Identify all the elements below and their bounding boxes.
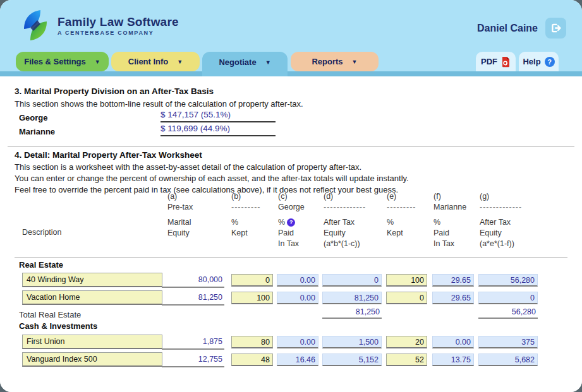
asset-description-input[interactable]: Vacation Home [22, 290, 162, 305]
pct-tax-george-input[interactable]: 0.00 [277, 292, 318, 304]
pct-tax-george-input[interactable]: 0.00 [277, 274, 318, 287]
pdf-button-label: PDF [481, 57, 497, 66]
pct-tax-marianne-input[interactable]: 29.65 [432, 292, 474, 304]
chevron-down-icon: ▼ [95, 59, 100, 65]
pct-kept-george-input[interactable]: 48 [231, 353, 273, 366]
after-tax-george-value: 1,500 [322, 336, 382, 348]
section4-line1: This section is a worksheet with the ass… [15, 162, 361, 172]
help-button-label: Help [523, 57, 540, 66]
section-separator [8, 146, 574, 146]
pct-tax-marianne-input[interactable]: 13.75 [432, 353, 474, 366]
col-header-d: (d) ------------- After Tax Equity (a*b*… [324, 191, 366, 249]
after-tax-george-value: 0 [322, 274, 382, 287]
party-value-george: $ 147,157 (55.1%) [161, 110, 276, 122]
user-name: Daniel Caine [477, 23, 538, 34]
tax-help-icon[interactable]: ? [287, 218, 295, 227]
table-row: First Union 1,875 80 0.00 1,500 20 0.00 … [0, 335, 582, 351]
col-header-e: (e) --------- % Kept [387, 191, 416, 249]
description-column-label: Description [22, 228, 62, 237]
tab-label: Reports [312, 57, 343, 66]
after-tax-george-value: 81,250 [322, 292, 382, 304]
tab-files-settings[interactable]: Files & Settings ▼ [16, 52, 109, 71]
pct-tax-george-input[interactable]: 16.46 [277, 353, 318, 366]
brand-tagline: A CENTERBASE COMPANY [58, 30, 179, 36]
after-tax-marianne-value: 375 [478, 336, 538, 348]
pretax-equity-value: 81,250 [162, 293, 224, 306]
tab-negotiate[interactable]: Negotiate ▼ [202, 52, 288, 76]
tab-label: Client Info [128, 57, 169, 66]
total-after-tax-marianne: 56,280 [478, 307, 538, 319]
pct-kept-marianne-input[interactable]: 20 [386, 336, 427, 348]
pdf-file-icon [501, 56, 511, 68]
party-label-george: George [19, 113, 48, 122]
asset-description-input[interactable]: First Union [22, 335, 162, 349]
after-tax-george-value: 5,152 [322, 353, 382, 366]
asset-description-input[interactable]: Vanguard Index 500 [22, 352, 162, 367]
col-header-a: (a) Pre-tax Marital Equity [167, 191, 193, 249]
total-after-tax-george: 81,250 [322, 307, 382, 319]
app-header: Family Law Software A CENTERBASE COMPANY… [0, 0, 582, 76]
after-tax-marianne-value: 56,280 [478, 274, 538, 287]
pct-kept-marianne-input[interactable]: 100 [386, 274, 427, 287]
table-row: Vanguard Index 500 12,755 48 16.46 5,152… [0, 352, 582, 369]
after-tax-marianne-value: 5,682 [478, 353, 538, 366]
tab-client-info[interactable]: Client Info ▼ [111, 52, 200, 71]
tab-label: Negotiate [219, 57, 256, 67]
chevron-down-icon: ▼ [177, 59, 183, 65]
col-header-g: (g) ------------- After Tax Equity (a*e*… [480, 191, 522, 249]
total-row-label: Total Real Estate [19, 310, 81, 319]
pct-tax-george-input[interactable]: 0.00 [277, 336, 318, 348]
brand-name: Family Law Software [58, 15, 179, 28]
party-value-marianne: $ 119,699 (44.9%) [161, 124, 276, 136]
app-window: Family Law Software A CENTERBASE COMPANY… [0, 0, 582, 392]
section3-title: 3. Marital Property Division on an After… [15, 86, 214, 96]
brand-text: Family Law Software A CENTERBASE COMPANY [58, 15, 179, 36]
party-label-marianne: Marianne [19, 127, 55, 136]
header-divider-bar [0, 71, 582, 76]
tab-reports[interactable]: Reports ▼ [291, 52, 379, 71]
pct-tax-marianne-input[interactable]: 0.00 [432, 336, 474, 348]
help-icon: ? [545, 57, 555, 67]
group-separator [15, 258, 567, 258]
tab-label: Files & Settings [24, 57, 86, 66]
pretax-equity-value: 12,755 [162, 355, 224, 367]
chevron-down-icon: ▼ [352, 59, 358, 65]
section4-title: 4. Detail: Marital Property After-Tax Wo… [15, 150, 202, 160]
section4-line2: You can enter or change the percent of o… [15, 174, 409, 183]
brand-logo: Family Law Software A CENTERBASE COMPANY [21, 9, 179, 42]
pretax-equity-value: 1,875 [162, 337, 224, 350]
help-button[interactable]: Help ? [519, 52, 559, 71]
leaf-logo-icon [21, 9, 50, 42]
asset-description-input[interactable]: 40 Winding Way [22, 273, 162, 287]
table-row: 40 Winding Way 80,000 0 0.00 0 100 29.65… [0, 273, 582, 289]
group-name-real-estate: Real Estate [19, 260, 63, 270]
col-header-f: (f) Marianne % Paid In Tax [433, 191, 466, 249]
pct-kept-marianne-input[interactable]: 0 [386, 292, 427, 304]
logout-button[interactable] [545, 18, 566, 39]
page-content: 3. Marital Property Division on an After… [0, 76, 582, 392]
col-header-b: (b) --------- % Kept [231, 191, 260, 249]
pct-kept-george-input[interactable]: 0 [231, 274, 273, 287]
pct-kept-marianne-input[interactable]: 52 [386, 353, 427, 366]
chevron-down-icon: ▼ [265, 59, 271, 66]
pct-kept-george-input[interactable]: 100 [231, 292, 273, 304]
logout-icon [550, 22, 562, 34]
group-name-cash-investments: Cash & Investments [19, 321, 97, 331]
pdf-button[interactable]: PDF [476, 52, 516, 71]
pretax-equity-value: 80,000 [162, 275, 224, 288]
after-tax-marianne-value: 0 [478, 292, 538, 304]
pct-kept-george-input[interactable]: 80 [231, 336, 273, 348]
table-row: Vacation Home 81,250 100 0.00 81,250 0 2… [0, 290, 582, 307]
pct-tax-marianne-input[interactable]: 29.65 [432, 274, 474, 287]
col-header-c: (c) George %? Paid In Tax [278, 191, 305, 249]
section3-intro: This section shows the bottom-line resul… [15, 99, 303, 109]
